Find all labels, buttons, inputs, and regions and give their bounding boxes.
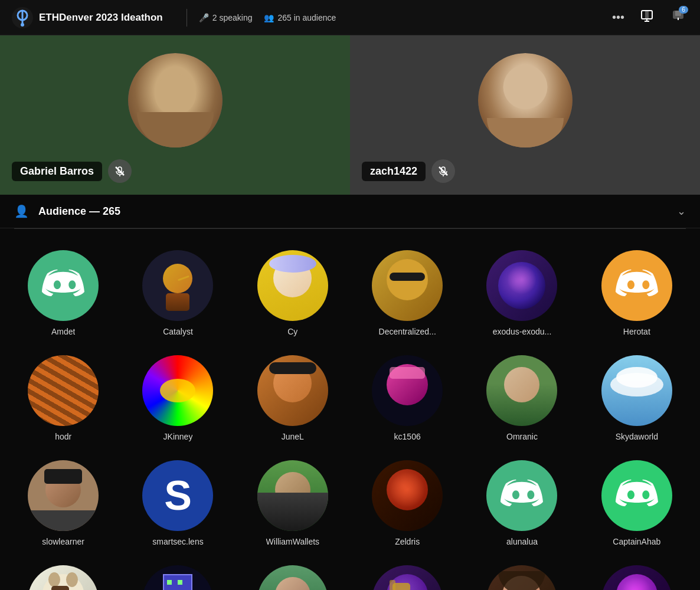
audience-stat: 👥 265 in audience — [264, 13, 336, 22]
app-logo: ETHDenver 2023 Ideathon — [12, 7, 163, 28]
avatar — [257, 250, 328, 321]
list-item[interactable]: WilliamWallets — [235, 451, 350, 556]
speaking-count: 2 speaking — [212, 13, 253, 22]
avatar — [372, 355, 443, 426]
member-name: Zeldris — [395, 537, 420, 546]
avatar — [372, 460, 443, 531]
list-item[interactable]: Herotat — [580, 241, 694, 346]
list-item[interactable]: Omranic — [465, 346, 579, 451]
speaker-avatar-zach — [478, 53, 573, 148]
avatar — [601, 460, 672, 531]
avatar — [28, 460, 99, 531]
avatar — [142, 355, 213, 426]
svg-rect-5 — [645, 11, 649, 19]
speaking-stat: 🎤 2 speaking — [199, 13, 253, 22]
screen-share-button[interactable] — [637, 6, 659, 28]
avatar — [601, 250, 672, 321]
mute-button-gabriel[interactable] — [108, 159, 132, 183]
list-item[interactable]: Wanderluser — [465, 556, 579, 590]
member-name: JKinney — [163, 432, 193, 441]
list-item[interactable]: tyl3r — [235, 556, 350, 590]
speaker-name-gabriel: Gabriel Barros — [12, 162, 102, 181]
mic-icon: 🎤 — [199, 13, 209, 22]
discord-avatar-icon — [40, 262, 87, 309]
list-item[interactable]: CaptainAhab — [580, 451, 694, 556]
list-item[interactable]: Zeldris — [350, 451, 465, 556]
svg-line-11 — [116, 167, 124, 175]
mic-muted-icon-2 — [438, 166, 449, 176]
avatar — [372, 250, 443, 321]
list-item[interactable]: Skydaworld — [580, 346, 694, 451]
speaker-card-left: Gabriel Barros — [0, 35, 350, 195]
avatar: S — [142, 460, 213, 531]
avatar — [601, 355, 672, 426]
avatar — [486, 460, 557, 531]
avatar — [601, 565, 672, 590]
avatar — [257, 565, 328, 590]
member-name: Cy — [287, 327, 297, 336]
list-item[interactable]: UserDefault — [120, 556, 235, 590]
audience-count: 265 in audience — [277, 13, 336, 22]
list-item[interactable]: JKinney — [120, 346, 235, 451]
avatar — [28, 355, 99, 426]
member-name: smartsec.lens — [152, 537, 203, 546]
member-name: Catalyst — [163, 327, 193, 336]
member-name: WilliamWallets — [266, 537, 319, 546]
speaker-info-zach: zach1422 — [362, 159, 455, 183]
avatar — [142, 565, 213, 590]
member-name: Amdet — [51, 327, 75, 336]
list-item[interactable]: banjo — [350, 556, 465, 590]
speaker-name-zach: zach1422 — [362, 162, 426, 181]
speaker-info-gabriel: Gabriel Barros — [12, 159, 132, 183]
member-name: Herotat — [623, 327, 650, 336]
discord-avatar-icon — [613, 262, 660, 309]
avatar — [257, 355, 328, 426]
list-item[interactable]: JuneL — [235, 346, 350, 451]
notifications-button[interactable]: 6 — [668, 6, 688, 29]
avatar — [28, 250, 99, 321]
member-name: CaptainAhab — [613, 537, 660, 546]
speaker-avatar-gabriel — [128, 53, 223, 148]
list-item[interactable]: baibhav.eth — [6, 556, 120, 590]
avatar — [372, 565, 443, 590]
notification-badge: 6 — [679, 6, 688, 14]
member-name: Omranic — [506, 432, 538, 441]
header-divider — [187, 9, 187, 27]
list-item[interactable]: S smartsec.lens — [120, 451, 235, 556]
list-item[interactable]: Decentralized... — [350, 241, 465, 346]
list-item[interactable]: Cy — [235, 241, 350, 346]
member-name: Decentralized... — [379, 327, 436, 336]
avatar — [28, 565, 99, 590]
avatar — [142, 250, 213, 321]
speaker-card-right: zach1422 — [350, 35, 700, 195]
member-name: kc1506 — [394, 432, 421, 441]
list-item[interactable]: kc1506 — [350, 346, 465, 451]
member-name: exodus-exodu... — [493, 327, 552, 336]
list-item[interactable]: Amdet — [6, 241, 120, 346]
list-item[interactable]: getoffdeez — [580, 556, 694, 590]
header-stats: 🎤 2 speaking 👥 265 in audience — [199, 13, 336, 22]
list-item[interactable]: hodr — [6, 346, 120, 451]
event-title: ETHDenver 2023 Ideathon — [39, 12, 163, 24]
svg-line-14 — [439, 167, 447, 175]
header: ETHDenver 2023 Ideathon 🎤 2 speaking 👥 2… — [0, 0, 700, 35]
audience-people-icon: 👤 — [14, 204, 29, 218]
more-options-button[interactable]: ••• — [609, 7, 628, 28]
avatar — [257, 460, 328, 531]
list-item[interactable]: alunalua — [465, 451, 579, 556]
avatar — [486, 565, 557, 590]
avatar — [486, 250, 557, 321]
audience-title: Audience — 265 — [38, 205, 120, 218]
list-item[interactable]: slowlearner — [6, 451, 120, 556]
member-name: Skydaworld — [616, 432, 658, 441]
mic-muted-icon — [115, 166, 125, 176]
logo-icon — [12, 7, 33, 28]
discord-avatar-icon — [613, 472, 660, 519]
avatar — [486, 355, 557, 426]
member-name: hodr — [55, 432, 71, 441]
screen-share-icon — [641, 10, 655, 22]
mute-button-zach[interactable] — [431, 159, 455, 183]
list-item[interactable]: exodus-exodu... — [465, 241, 579, 346]
list-item[interactable]: Catalyst — [120, 241, 235, 346]
collapse-chevron-icon[interactable]: ⌄ — [677, 205, 686, 218]
